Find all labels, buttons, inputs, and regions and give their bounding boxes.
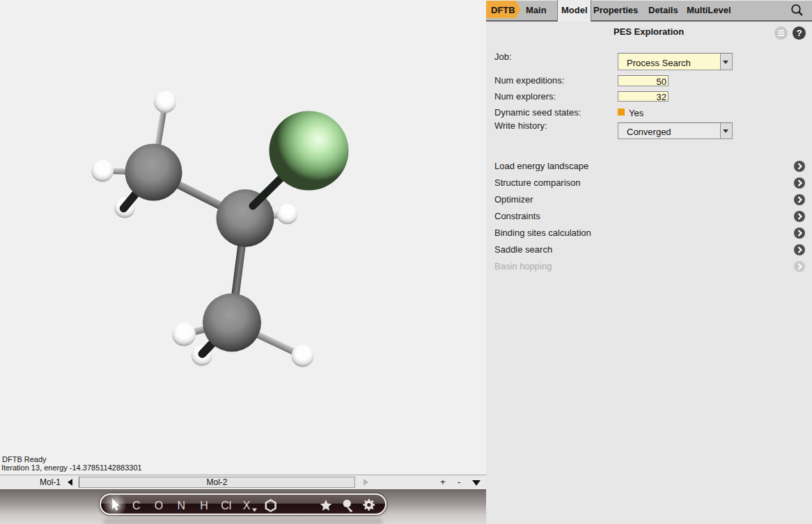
svg-text:Cl: Cl [221, 500, 231, 511]
svg-text:O: O [155, 500, 163, 511]
svg-text:?: ? [796, 28, 802, 38]
svg-text:X: X [243, 500, 251, 511]
svg-text:N: N [178, 500, 186, 511]
svg-text:C: C [132, 500, 141, 511]
svg-text:H: H [200, 500, 208, 511]
